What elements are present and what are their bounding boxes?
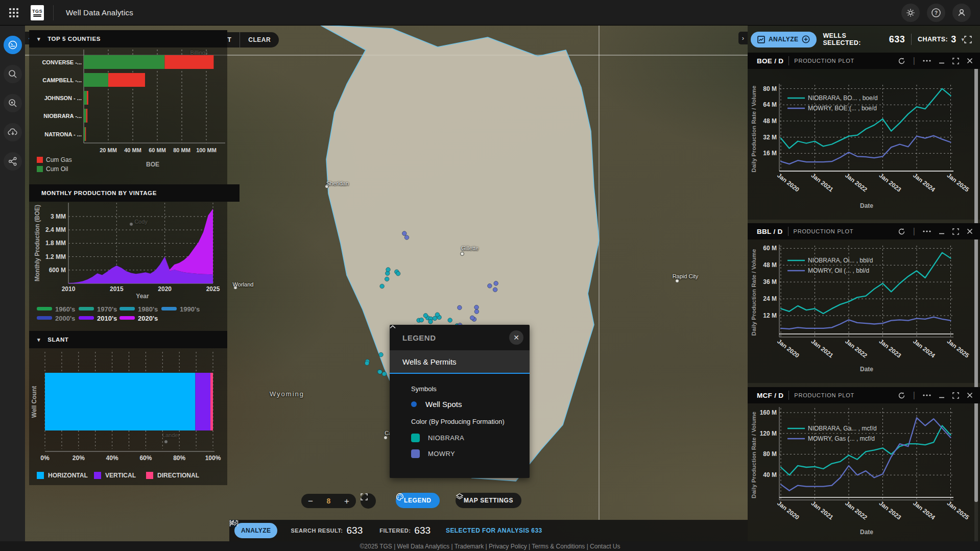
svg-text:Date: Date xyxy=(860,202,873,209)
svg-text:Jan 2025: Jan 2025 xyxy=(946,338,971,359)
svg-text:60 MM: 60 MM xyxy=(149,147,166,153)
expand-panel-icon[interactable] xyxy=(964,36,972,43)
collapse-up-icon[interactable] xyxy=(229,520,235,526)
footer-text[interactable]: ©2025 TGS | Well Data Analytics | Tradem… xyxy=(360,543,620,550)
svg-text:80%: 80% xyxy=(173,454,185,462)
zoom-out-button[interactable]: − xyxy=(308,497,313,506)
scrollbar-thumb[interactable] xyxy=(974,53,978,502)
divider xyxy=(53,5,54,20)
search-result-value: 633 xyxy=(347,525,363,536)
minimize-icon[interactable] xyxy=(939,228,945,234)
refresh-icon[interactable] xyxy=(898,228,905,235)
svg-text:Daily Production Rate / Volume: Daily Production Rate / Volume xyxy=(751,412,757,498)
svg-text:100 MM: 100 MM xyxy=(196,147,217,153)
collapse-right-panel-button[interactable]: › xyxy=(738,32,748,44)
svg-text:HORIZONTAL: HORIZONTAL xyxy=(48,472,88,479)
production-plot: 12 M24 M36 M48 M60 MJan 2020Jan 2021Jan … xyxy=(748,239,980,383)
svg-text:32 M: 32 M xyxy=(763,134,777,141)
map-zoom-control: − 8 + xyxy=(301,494,356,508)
zoom-in-button[interactable]: + xyxy=(344,497,349,506)
svg-text:MOWRY, Gas (... , mcf/d: MOWRY, Gas (... , mcf/d xyxy=(808,435,875,442)
chart-card-header: BOE / DPRODUCTION PLOT| xyxy=(748,53,980,69)
svg-text:0%: 0% xyxy=(40,454,50,462)
svg-text:40 MM: 40 MM xyxy=(124,147,141,153)
selected-for-analysis-label[interactable]: SELECTED FOR ANALYSIS 633 xyxy=(446,527,542,534)
fullscreen-icon[interactable] xyxy=(952,228,959,235)
close-icon[interactable] xyxy=(967,228,973,234)
scrollbar[interactable] xyxy=(974,53,978,541)
svg-text:Year: Year xyxy=(136,293,149,300)
legend-panel: LEGEND ✕ Wells & Permits Symbols Well Sp… xyxy=(390,325,530,478)
svg-text:Jan 2022: Jan 2022 xyxy=(844,338,869,359)
svg-text:12 M: 12 M xyxy=(763,312,777,319)
legend-toggle-button[interactable]: LEGEND xyxy=(396,493,440,508)
minimize-icon[interactable] xyxy=(939,58,945,64)
map-fullscreen-button[interactable] xyxy=(361,493,376,509)
svg-text:Monthly Production (BOE): Monthly Production (BOE) xyxy=(34,205,41,281)
svg-text:Date: Date xyxy=(860,529,873,536)
svg-text:80 MM: 80 MM xyxy=(173,147,190,153)
legend-formation-item: MOWRY xyxy=(411,449,530,458)
legend-button-label: LEGEND xyxy=(404,497,432,504)
analyze-label: ANALYZE xyxy=(241,527,271,534)
dashboard-icon[interactable] xyxy=(4,36,22,54)
svg-text:JOHNSON - ...: JOHNSON - ... xyxy=(44,95,82,101)
svg-text:Jan 2021: Jan 2021 xyxy=(810,499,835,521)
more-options-icon[interactable] xyxy=(923,394,931,396)
slant-section-header[interactable]: ▾ SLANT xyxy=(29,331,227,348)
svg-text:1980's: 1980's xyxy=(138,305,158,313)
search-icon[interactable] xyxy=(4,65,22,83)
legend-formation-item: NIOBRARA xyxy=(411,434,530,442)
top5-section-header[interactable]: ▾ TOP 5 COUNTIES xyxy=(29,30,227,47)
refresh-icon[interactable] xyxy=(898,392,905,399)
left-icon-rail xyxy=(0,25,25,551)
analyze-label: ANALYZE xyxy=(769,36,798,43)
svg-text:3 MM: 3 MM xyxy=(51,213,66,220)
fullscreen-icon[interactable] xyxy=(952,392,959,399)
svg-text:2.4 MM: 2.4 MM xyxy=(45,226,66,233)
svg-text:20 MM: 20 MM xyxy=(100,147,117,153)
analyze-button[interactable]: ANALYZE xyxy=(751,32,817,47)
fullscreen-icon[interactable] xyxy=(952,58,959,64)
apps-grid-icon[interactable] xyxy=(9,8,18,17)
settings-gear-icon[interactable] xyxy=(901,4,920,22)
more-options-icon[interactable] xyxy=(923,230,931,232)
layers-icon xyxy=(456,493,464,501)
close-icon[interactable] xyxy=(967,58,973,64)
svg-text:2015: 2015 xyxy=(110,285,124,293)
analysis-panel: ANALYZE WELLS SELECTED: 633 CHARTS: 3 ▾ … xyxy=(748,25,980,541)
close-icon[interactable]: ✕ xyxy=(509,330,523,345)
svg-text:DIRECTIONAL: DIRECTIONAL xyxy=(157,472,199,479)
svg-text:Jan 2024: Jan 2024 xyxy=(912,172,937,193)
help-icon[interactable]: ? xyxy=(927,4,945,22)
clear-button[interactable]: CLEAR xyxy=(240,32,279,47)
chart-unit: BBL / D xyxy=(757,228,783,235)
chevron-up-icon xyxy=(390,325,396,329)
search-advanced-icon[interactable] xyxy=(4,94,22,112)
svg-text:600 M: 600 M xyxy=(49,267,66,274)
page-title: Well Data Analytics xyxy=(66,8,133,17)
well-spot-symbol xyxy=(411,401,417,407)
more-options-icon[interactable] xyxy=(923,60,931,62)
zoom-level: 8 xyxy=(327,497,331,505)
refresh-icon[interactable] xyxy=(898,57,905,65)
svg-text:16 M: 16 M xyxy=(763,150,777,157)
svg-text:2010: 2010 xyxy=(62,285,76,293)
close-icon[interactable] xyxy=(967,392,973,398)
analyze-button[interactable]: ANALYZE xyxy=(234,523,277,538)
city-marker xyxy=(460,252,464,256)
city-label: Gillette xyxy=(461,245,479,251)
cloud-download-icon[interactable] xyxy=(4,123,22,141)
vintage-section-header[interactable]: MONTHLY PRODUCTION BY VINTAGE xyxy=(29,184,240,202)
minimize-icon[interactable] xyxy=(939,392,945,398)
footer: ©2025 TGS | Well Data Analytics | Tradem… xyxy=(0,541,980,551)
user-icon[interactable] xyxy=(952,4,971,22)
map-settings-button[interactable]: MAP SETTINGS xyxy=(456,493,521,508)
chart-card-header: BBL / DPRODUCTION PLOT| xyxy=(748,223,980,239)
svg-text:Cum Gas: Cum Gas xyxy=(46,156,72,163)
share-icon[interactable] xyxy=(4,152,22,171)
chart-unit: MCF / D xyxy=(757,392,783,399)
svg-text:2000's: 2000's xyxy=(55,315,75,322)
legend-section-wells-permits[interactable]: Wells & Permits xyxy=(390,350,530,374)
formation-swatch xyxy=(411,449,420,458)
